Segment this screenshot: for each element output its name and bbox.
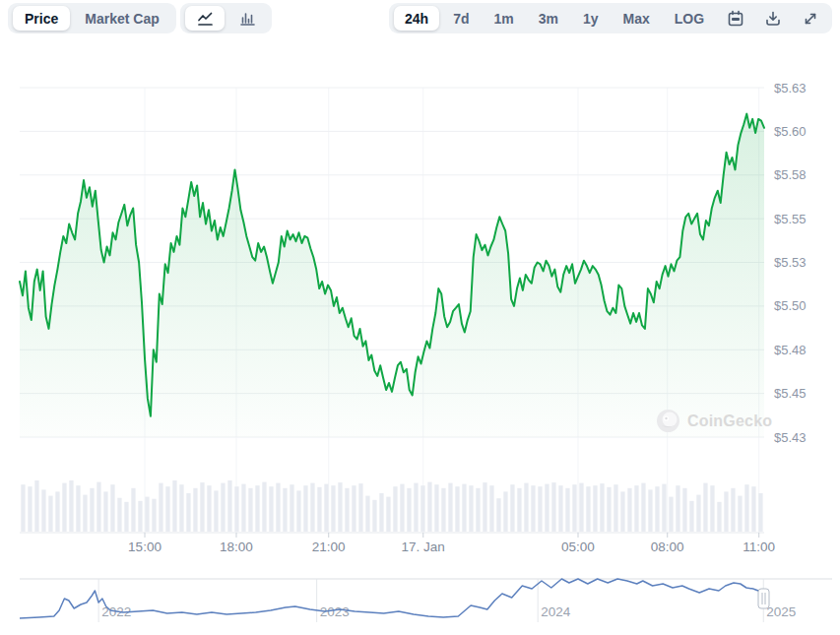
- volume-bar: [214, 490, 218, 532]
- volume-bar: [710, 485, 714, 532]
- volume-bar: [565, 488, 569, 532]
- volume-bar: [455, 486, 459, 532]
- y-axis-label: $5.58: [774, 167, 807, 182]
- volume-bar: [724, 491, 728, 532]
- volume-bar: [97, 482, 100, 532]
- volume-bar: [627, 488, 631, 532]
- volume-bar: [83, 495, 87, 532]
- calendar-button[interactable]: [718, 6, 752, 31]
- volume-bar: [324, 484, 328, 532]
- volume-bar: [76, 485, 80, 532]
- volume-bar: [696, 495, 700, 532]
- volume-bar: [703, 483, 707, 532]
- volume-bar: [124, 502, 128, 532]
- y-axis-label: $5.43: [774, 430, 807, 445]
- volume-bar: [393, 486, 397, 532]
- tab-price[interactable]: Price: [13, 6, 70, 31]
- nav-year-label: 2024: [541, 604, 571, 619]
- y-axis-label: $5.60: [774, 124, 807, 139]
- volume-bar: [607, 487, 611, 532]
- volume-bar: [517, 488, 521, 532]
- volume-bar: [593, 485, 597, 532]
- nav-year-label: 2025: [766, 604, 796, 619]
- volume-bar: [358, 483, 362, 532]
- range-max-button[interactable]: Max: [613, 6, 661, 31]
- range-3m-button[interactable]: 3m: [528, 6, 569, 31]
- download-button[interactable]: [755, 6, 790, 31]
- volume-bar: [510, 484, 514, 532]
- volume-bar: [689, 501, 693, 532]
- coingecko-watermark: CoinGecko: [656, 409, 772, 433]
- volume-bar: [379, 493, 383, 532]
- volume-bar: [41, 489, 45, 532]
- volume-bar: [338, 482, 342, 532]
- volume-bar: [731, 488, 735, 532]
- volume-bar: [276, 483, 280, 532]
- x-axis-label: 18:00: [220, 540, 253, 554]
- volume-bar: [296, 490, 300, 532]
- volume-bar: [207, 485, 211, 532]
- coingecko-gecko-icon: [656, 409, 680, 433]
- volume-bar: [152, 499, 156, 532]
- volume-bar: [186, 493, 190, 532]
- volume-bar: [283, 488, 287, 532]
- volume-bar: [69, 480, 73, 532]
- series-tab-group: PriceMarket Cap: [8, 3, 176, 33]
- range-navigator[interactable]: 2022202320242025: [20, 579, 832, 622]
- x-axis-label: 05:00: [561, 540, 595, 554]
- volume-bar: [531, 485, 535, 532]
- volume-bar: [489, 485, 493, 532]
- tab-market-cap[interactable]: Market Cap: [73, 6, 170, 31]
- volume-bar: [103, 491, 107, 532]
- volume-bar: [234, 486, 238, 532]
- volume-bar: [751, 486, 755, 532]
- volume-bar: [386, 497, 390, 532]
- volume-bar: [221, 483, 225, 532]
- volume-bar: [579, 483, 583, 532]
- navigator-handle-grip[interactable]: [758, 589, 769, 608]
- volume-bar: [648, 489, 652, 532]
- volume-bar: [248, 488, 252, 532]
- range-1y-button[interactable]: 1y: [572, 6, 610, 31]
- volume-bar: [682, 488, 686, 532]
- volume-bar: [21, 484, 25, 532]
- range-7d-button[interactable]: 7d: [442, 6, 480, 31]
- range-log-button[interactable]: LOG: [664, 6, 715, 31]
- x-axis-label: 11:00: [743, 540, 775, 554]
- volume-bar: [434, 484, 438, 532]
- line-chart-icon: [197, 11, 214, 27]
- volume-bar: [55, 491, 59, 532]
- chart-type-line-button[interactable]: [185, 6, 225, 31]
- volume-bar: [352, 485, 355, 532]
- volume-bar: [345, 488, 349, 532]
- volume-bar: [255, 485, 259, 532]
- volume-bar: [600, 483, 604, 532]
- volume-bar: [717, 502, 721, 532]
- volume-bar: [469, 485, 473, 532]
- volume-bar: [90, 488, 94, 532]
- volume-bar: [676, 485, 679, 532]
- volume-bar: [372, 500, 376, 532]
- volume-bar: [427, 482, 431, 532]
- x-axis-label: 17. Jan: [402, 540, 445, 554]
- volume-bar: [110, 484, 114, 532]
- navigator-handle[interactable]: [758, 589, 769, 608]
- volume-bar: [269, 486, 273, 532]
- range-1m-button[interactable]: 1m: [483, 6, 524, 31]
- fullscreen-button[interactable]: [793, 6, 827, 31]
- volume-bar: [414, 483, 418, 532]
- x-axis-label: 08:00: [651, 540, 684, 554]
- download-icon: [764, 10, 782, 28]
- volume-bar: [179, 484, 183, 532]
- chart-type-bars-button[interactable]: [227, 6, 267, 31]
- volume-bar: [400, 484, 404, 532]
- range-24h-button[interactable]: 24h: [394, 6, 439, 31]
- volume-bar: [572, 484, 576, 532]
- volume-bar: [317, 487, 321, 532]
- volume-bar: [441, 488, 445, 532]
- volume-bar: [655, 486, 659, 532]
- volume-bar: [551, 482, 555, 532]
- volume-bar: [476, 488, 480, 532]
- volume-bar: [620, 491, 624, 532]
- volume-bar: [165, 486, 169, 532]
